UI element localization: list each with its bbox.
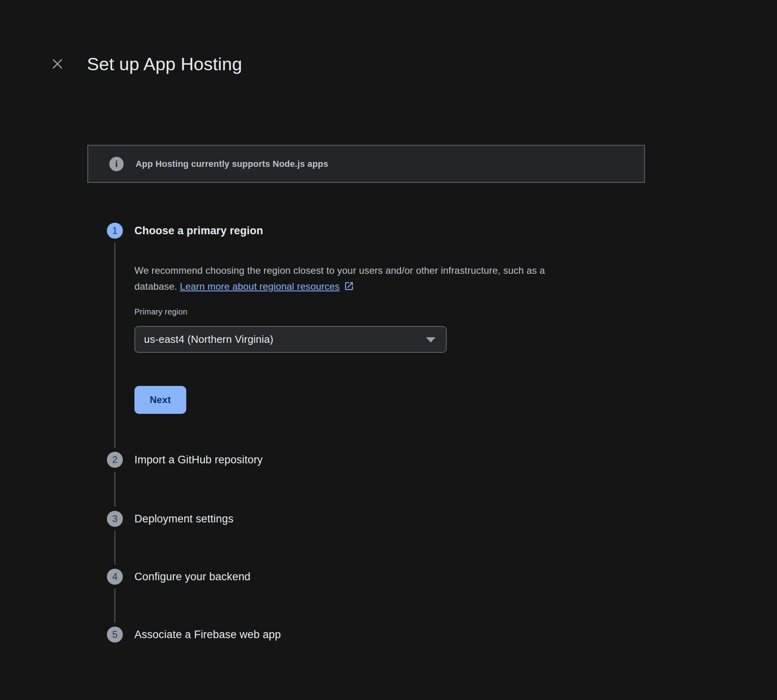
info-banner: i App Hosting currently supports Node.js… xyxy=(87,145,645,183)
setup-app-hosting-dialog: Set up App Hosting i App Hosting current… xyxy=(0,0,777,700)
close-icon[interactable] xyxy=(49,55,66,73)
banner-text: App Hosting currently supports Node.js a… xyxy=(136,159,328,169)
step-3-title: Deployment settings xyxy=(134,511,233,527)
description-line-2: database. Learn more about regional reso… xyxy=(134,279,625,295)
step-2-circle: 2 xyxy=(107,452,123,468)
step-5-circle: 5 xyxy=(107,627,123,643)
primary-region-label: Primary region xyxy=(134,307,187,316)
stepper-connector xyxy=(114,531,115,565)
step-3-circle: 3 xyxy=(107,511,123,527)
step-5-title: Associate a Firebase web app xyxy=(134,627,281,643)
page-title: Set up App Hosting xyxy=(87,54,242,75)
open-in-new-icon xyxy=(344,281,354,291)
step-2-title: Import a GitHub repository xyxy=(134,452,263,468)
stepper-connector xyxy=(114,243,115,448)
primary-region-value: us-east4 (Northern Virginia) xyxy=(144,333,273,346)
caret-down-icon xyxy=(426,337,436,342)
next-button[interactable]: Next xyxy=(134,386,186,414)
step-1-circle: 1 xyxy=(107,223,123,239)
stepper-connector xyxy=(114,472,115,507)
info-icon: i xyxy=(109,157,124,171)
stepper-connector xyxy=(114,589,115,623)
description-line-2-prefix: database. xyxy=(134,281,180,292)
step-4-title: Configure your backend xyxy=(134,569,250,585)
step-4-circle: 4 xyxy=(107,569,123,585)
learn-more-link[interactable]: Learn more about regional resources xyxy=(180,281,340,292)
close-icon-glyph xyxy=(51,58,63,70)
description-line-1: We recommend choosing the region closest… xyxy=(134,263,625,279)
step-1-title: Choose a primary region xyxy=(134,223,263,239)
step-1-description: We recommend choosing the region closest… xyxy=(134,263,625,295)
primary-region-select[interactable]: us-east4 (Northern Virginia) xyxy=(134,326,447,353)
